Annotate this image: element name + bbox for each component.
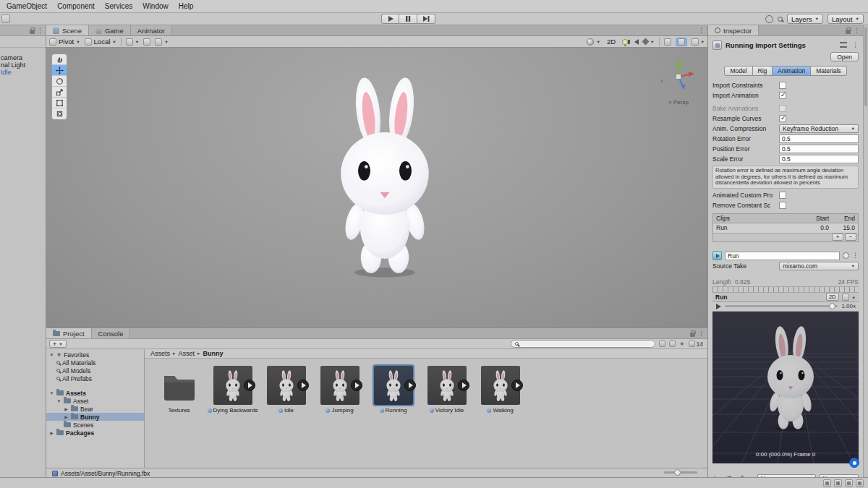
foldout-arrow-icon[interactable]	[49, 430, 54, 435]
panel-menu-icon[interactable]: ⋮	[37, 27, 43, 34]
slider-handle[interactable]	[829, 303, 835, 309]
foldout-arrow-icon[interactable]	[49, 391, 54, 395]
move-tool[interactable]	[52, 65, 67, 76]
scrollbar-thumb[interactable]	[864, 27, 867, 106]
scene-camera-button[interactable]	[676, 38, 687, 46]
add-clip-button[interactable]: +	[832, 234, 843, 241]
hierarchy-item-camera[interactable]: camera	[0, 54, 46, 61]
play-overlay-icon[interactable]	[244, 380, 255, 391]
folder-thumbnail[interactable]	[160, 366, 199, 405]
activity-icon[interactable]	[823, 479, 831, 487]
asset-item-dying-backwards[interactable]: Dying Backwards	[207, 366, 258, 414]
scene-view[interactable]: x < Persp	[46, 48, 707, 328]
tree-item-bunny[interactable]: Bunny	[46, 413, 144, 421]
tree-item-all-materials[interactable]: All Materials	[46, 359, 144, 367]
tree-item-asset[interactable]: Asset	[46, 397, 144, 405]
lock-icon[interactable]	[690, 333, 695, 337]
layers-dropdown[interactable]: Layers	[787, 14, 823, 24]
rotation-error-field[interactable]: 0.5	[779, 134, 859, 143]
preview-play-button[interactable]	[715, 304, 721, 309]
menu-help[interactable]: Help	[174, 0, 199, 12]
tree-item-favorites[interactable]: ★ Favorites	[46, 351, 144, 359]
tab-console[interactable]: Console	[92, 328, 131, 338]
thumbnail-size-slider[interactable]	[664, 471, 697, 474]
project-search-field[interactable]	[511, 340, 655, 348]
tab-project[interactable]: Project	[46, 328, 92, 338]
model-thumbnail[interactable]	[213, 366, 252, 405]
scene-visibility-icon[interactable]	[664, 38, 671, 46]
breadcrumb-assets[interactable]: Assets	[150, 350, 170, 357]
perspective-label[interactable]: < Persp	[658, 99, 699, 106]
tab-model[interactable]: Model	[724, 66, 752, 76]
global-search-button[interactable]	[778, 17, 783, 22]
tab-inspector[interactable]: Inspector	[708, 25, 759, 35]
tree-item-all-prefabs[interactable]: All Prefabs	[46, 374, 144, 382]
remove-constant-scale-checkbox[interactable]	[779, 202, 786, 209]
bunny-model[interactable]	[316, 67, 454, 283]
tree-item-packages[interactable]: Packages	[46, 429, 144, 437]
pause-button[interactable]	[399, 14, 417, 24]
view-hand-tool[interactable]	[52, 54, 67, 65]
scene-lighting-icon[interactable]	[622, 39, 628, 45]
hierarchy-item-idle[interactable]: Idle	[0, 69, 46, 76]
snap-magnet-icon[interactable]	[143, 38, 150, 46]
saved-search-star-icon[interactable]: ★	[679, 341, 684, 347]
effects-dropdown[interactable]	[643, 39, 654, 44]
snap-increment-dropdown[interactable]	[155, 38, 168, 46]
menu-services[interactable]: Services	[100, 0, 137, 12]
tab-animation[interactable]: Animation	[773, 66, 811, 76]
inspector-scrollbar[interactable]	[863, 25, 868, 477]
collab-cloud-icon[interactable]	[765, 15, 773, 23]
model-thumbnail[interactable]	[481, 366, 520, 405]
scale-tool[interactable]	[52, 87, 67, 98]
tab-scene[interactable]: Scene	[46, 25, 89, 35]
model-thumbnail[interactable]	[427, 366, 467, 405]
inspector-menu-icon[interactable]: ⋮	[854, 27, 860, 34]
lock-icon[interactable]	[30, 30, 35, 34]
toolbar-grid-icon[interactable]	[1, 14, 10, 23]
rotate-tool[interactable]	[52, 76, 67, 87]
play-overlay-icon[interactable]	[511, 380, 523, 391]
import-constraints-checkbox[interactable]	[779, 82, 786, 89]
scene-panel-menu-icon[interactable]: ⋮	[698, 27, 705, 34]
cloud-sync-icon[interactable]	[834, 479, 842, 487]
animated-custom-properties-checkbox[interactable]	[779, 192, 786, 199]
source-take-dropdown[interactable]: mixamo.com	[779, 262, 859, 270]
tree-item-assets[interactable]: Assets	[46, 389, 144, 397]
header-menu-icon[interactable]: ⋮	[852, 42, 859, 48]
play-overlay-icon[interactable]	[458, 380, 469, 391]
handle-rotation-dropdown[interactable]: Local	[85, 38, 116, 46]
foldout-arrow-icon[interactable]	[64, 414, 69, 419]
hierarchy-item-directional-light[interactable]: nal Light	[0, 61, 46, 69]
tab-materials[interactable]: Materials	[811, 66, 846, 76]
asset-item-walking[interactable]: Walking	[475, 366, 526, 414]
rect-tool[interactable]	[52, 98, 67, 108]
step-button[interactable]	[417, 14, 435, 24]
position-error-field[interactable]: 0.5	[779, 145, 859, 153]
model-thumbnail[interactable]	[320, 366, 359, 405]
play-button[interactable]	[381, 14, 399, 24]
scene-orientation-gizmo[interactable]: x < Persp	[658, 56, 699, 107]
breadcrumb-asset[interactable]: Asset	[179, 350, 195, 357]
menu-gameobject[interactable]: GameObject	[1, 0, 52, 12]
menu-component[interactable]: Component	[52, 0, 100, 12]
lock-icon[interactable]	[846, 30, 851, 34]
tab-game[interactable]: Game	[89, 25, 131, 35]
foldout-arrow-icon[interactable]	[49, 353, 54, 357]
remove-clip-button[interactable]: −	[845, 234, 856, 241]
clip-options-icon[interactable]	[843, 252, 849, 259]
tab-animator[interactable]: Animator	[131, 25, 172, 35]
asset-item-idle[interactable]: Idle	[260, 366, 312, 414]
tree-item-bear[interactable]: Bear	[46, 405, 144, 413]
preview-menu-caret-icon[interactable]	[852, 294, 856, 301]
preview-speed-slider[interactable]	[725, 305, 838, 307]
console-status-icon[interactable]	[845, 479, 853, 487]
tab-rig[interactable]: Rig	[753, 66, 773, 76]
foldout-arrow-icon[interactable]	[64, 406, 69, 411]
play-overlay-icon[interactable]	[297, 380, 309, 391]
search-by-label-icon[interactable]	[669, 341, 676, 347]
play-overlay-icon[interactable]	[404, 380, 416, 391]
toggle-2d-button[interactable]: 2D	[605, 37, 618, 46]
play-overlay-icon[interactable]	[351, 380, 362, 391]
animation-preview-viewport[interactable]: 0:00 (000.0%) Frame 0	[712, 312, 859, 463]
